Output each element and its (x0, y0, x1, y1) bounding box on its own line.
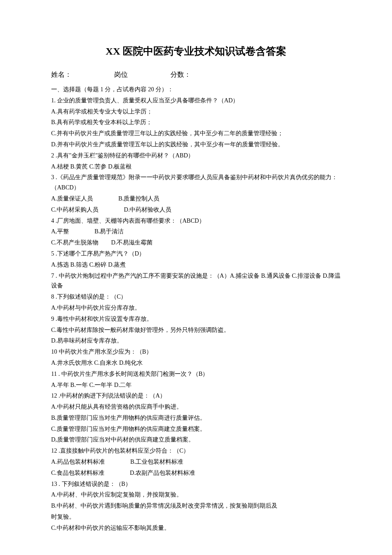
position-label: 岗位 (114, 69, 128, 80)
q3-opt-a: A.质量保证人员 (51, 194, 93, 204)
q8-opt-b: 9 .毒性中药材和饮片应设置专库存放。 (51, 314, 341, 324)
q7-stem: 7 . 中药饮片炮制过程中产热产汽的工序不需要安装的设施是：（A）A.捕尘设备 … (51, 271, 341, 291)
q1-opt-a: A.具有药学或相关专业大专以上学历； (51, 107, 341, 117)
q4-stem: 4 .厂房地面、墙壁、天棚等内表面有哪些要求：（ABCD） (51, 216, 341, 226)
q12b-stem: 12 .直接接触中药饮片的包装材料应至少符合：（C） (51, 446, 341, 456)
q3-opts-row1: A.质量保证人员 B.质量控制人员 (51, 194, 341, 204)
q13-opt-c: C.中药材和中药饮片的运输应不影响其质量。 (51, 523, 341, 533)
q1-opt-c: C.并有中药饮片生产或质量管理三年以上的实践经验，其中至少有二年的质量管理经验； (51, 128, 341, 139)
q1-stem: 1. 企业的质量管理负责人、质量受权人应当至少具备哪些条件？（AD） (51, 96, 341, 106)
q13-opt-a: A.中药材、中药饮片应制定复验期，并按期复验。 (51, 490, 341, 500)
q8-opt-c: C.毒性中药材库除按一般药材库做好管理外，另外只特别强调防盗。 (51, 325, 341, 335)
q4-opt-b: B.易于清洁 (95, 227, 124, 237)
q2-stem: 2 .具有"金井玉栏"鉴别特征的有哪些中药材？（ABD） (51, 151, 341, 161)
q12b-opt-c: C.食品包装材料标准 (51, 468, 104, 478)
q1-opt-d: D.并有中药饮片生产或质量管理五年以上的实践经验，其中至少有一年的质量管理经验。 (51, 139, 341, 150)
q13-stem: 13 . 下列叙述错误的是：（B） (51, 479, 341, 489)
q3-opts-row2: C.中药材采购人员 D.中药材验收人员 (51, 205, 341, 215)
section-header: 一、选择题（每题 1 分，占试卷内容 20 分）： (51, 84, 341, 95)
name-label: 姓名： (51, 69, 72, 80)
q12a-opt-a: A.中药材只能从具有经营资格的供应商手中购进。 (51, 402, 341, 412)
score-label: 分数： (170, 69, 191, 80)
q12b-opts-row2: C.食品包装材料标准 D.农副产品包装材料标准 (51, 468, 341, 478)
q13-opt-b: B.中药材、中药饮片遇到影响质量的异常情况须及时改变异常情况，按复验期到期后及 (51, 501, 341, 511)
q5-opts: A.拣选 B.筛选 C.粉碎 D.蒸煮 (51, 260, 341, 270)
form-header: 姓名： 岗位 分数： (51, 69, 341, 80)
q3-opt-d: D.中药材验收人员 (124, 205, 172, 215)
q3-opt-c: C.中药材采购人员 (51, 205, 98, 215)
q5-stem: 5 .下述哪个工序易产热产汽？（D） (51, 249, 341, 259)
q11-opts: A.半年 B.一年 C.一年半 D.二年 (51, 380, 341, 390)
q10-opts: A.井水氏饮用水 C.自来水 D.纯化水 (51, 358, 341, 368)
q12a-opt-d: D,质量管理部门应当对中药材的供应商建立质量档案。 (51, 435, 341, 445)
q4-opt-d: D.不易滋生霉菌 (111, 238, 153, 248)
q3-stem: 3 .《药品生产质量管理规范》附录一一中药饮片要求哪些人员应具备鉴别中药材和中药… (51, 172, 341, 193)
q12a-opt-b: B.质量管理部门应当对生产用物料的供应商进行质量评估。 (51, 413, 341, 423)
q12b-opt-d: D.农副产品包装材料标准 (130, 468, 196, 478)
q12a-stem: 12 .中药材的购进下列说法错误的是：（A） (51, 391, 341, 401)
q1-opt-b: B.具有药学或相关专业本科以上学历； (51, 117, 341, 128)
q4-opt-c: C.不易产生脱落物 (51, 238, 98, 248)
q12a-opt-c: C.质量管理部门应当对生产用物料的供应商建立质量档案。 (51, 424, 341, 434)
q4-opt-a: A,平整 (51, 227, 69, 237)
q2-opts: A.桔梗 B.黄芪 C.苦参 D.板蓝根 (51, 162, 341, 172)
q10-stem: 10 中药饮片生产用水至少应为：（B） (51, 347, 341, 357)
q13-opt-b2: 时复验。 (51, 512, 341, 522)
q8-opt-a: A.中药材与中药饮片应分库存放。 (51, 303, 341, 313)
q11-stem: 11 . 中药饮片生产用水多长时间送相关部门检测一次？（B） (51, 369, 341, 379)
q12b-opt-a: A.药品包装材料标准 (51, 457, 105, 467)
q8-opt-d: D.易串味药材应专库存放。 (51, 336, 341, 346)
q12b-opts-row1: A.药品包装材料标准 B.工业包装材料标准 (51, 457, 341, 467)
q4-opts-row2: C.不易产生脱落物 D.不易滋生霉菌 (51, 238, 341, 248)
q8-stem: 8 .下列叙述错误的是：（C） (51, 292, 341, 302)
page-title: XX 医院中医药专业技术知识试卷含答案 (51, 43, 341, 60)
q3-opt-b: B.质量控制人员 (118, 194, 160, 204)
q12b-opt-b: B.工业包装材料标准 (130, 457, 184, 467)
q4-opts-row1: A,平整 B.易于清洁 (51, 227, 341, 237)
